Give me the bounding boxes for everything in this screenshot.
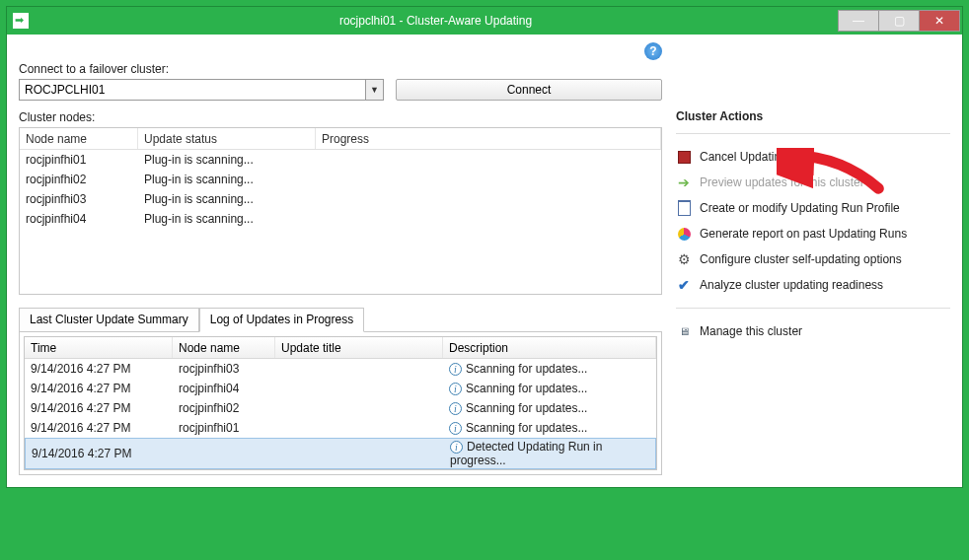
log-desc: iScanning for updates...	[443, 382, 656, 395]
log-node: rocjpinfhi04	[173, 382, 275, 395]
node-name-cell: rocjpinfhi04	[20, 212, 138, 226]
log-time: 9/14/2016 4:27 PM	[25, 421, 173, 435]
log-node: rocjpinfhi01	[173, 421, 275, 435]
top-row: ?	[19, 42, 662, 60]
close-button[interactable]: ✕	[919, 10, 960, 32]
node-status-cell: Plug-in is scanning...	[138, 192, 316, 206]
table-row[interactable]: rocjpinfhi03 Plug-in is scanning...	[20, 189, 661, 209]
log-time: 9/14/2016 4:27 PM	[26, 447, 174, 460]
close-icon: ✕	[934, 14, 944, 28]
info-icon: i	[449, 383, 462, 395]
minimize-icon: —	[853, 14, 864, 28]
log-grid: Time Node name Update title Description …	[24, 336, 657, 470]
separator	[676, 308, 950, 309]
stop-icon	[676, 149, 692, 165]
action-preview-updates[interactable]: Preview updates for this cluster	[676, 170, 950, 195]
list-item[interactable]: 9/14/2016 4:27 PM iDetected Updating Run…	[25, 438, 656, 469]
col-node-name[interactable]: Node name	[20, 128, 138, 149]
log-time: 9/14/2016 4:27 PM	[25, 382, 173, 395]
action-cancel-updating-run[interactable]: Cancel Updating Run	[676, 144, 950, 170]
log-node: rocjpinfhi03	[173, 362, 275, 376]
log-desc: iScanning for updates...	[443, 362, 656, 376]
tab-log[interactable]: Log of Updates in Progress	[199, 308, 364, 332]
action-label: Create or modify Updating Run Profile	[700, 201, 900, 215]
results-tabs: Last Cluster Update Summary Log of Updat…	[19, 307, 662, 475]
info-icon: i	[449, 363, 462, 376]
separator	[676, 133, 950, 134]
node-name-cell: rocjpinfhi02	[20, 173, 138, 186]
action-analyze-readiness[interactable]: Analyze cluster updating readiness	[676, 272, 950, 298]
list-item[interactable]: 9/14/2016 4:27 PM rocjpinfhi03 iScanning…	[25, 359, 656, 379]
log-desc-text: Detected Updating Run in progress...	[450, 440, 602, 467]
action-label: Preview updates for this cluster	[700, 175, 864, 189]
connect-label: Connect to a failover cluster:	[19, 62, 384, 76]
connect-button[interactable]: Connect	[396, 79, 662, 101]
nodes-grid: Node name Update status Progress rocjpin…	[19, 127, 662, 295]
action-label: Manage this cluster	[700, 324, 802, 338]
action-generate-report[interactable]: Generate report on past Updating Runs	[676, 221, 950, 246]
app-icon	[13, 13, 29, 29]
main-column: ? Connect to a failover cluster: ▼ Conne…	[19, 42, 662, 475]
col-progress[interactable]: Progress	[316, 128, 661, 149]
action-label: Analyze cluster updating readiness	[700, 278, 883, 292]
maximize-button[interactable]: ▢	[878, 10, 920, 32]
list-item[interactable]: 9/14/2016 4:27 PM rocjpinfhi01 iScanning…	[25, 418, 656, 438]
action-manage-cluster[interactable]: Manage this cluster	[676, 318, 950, 344]
col-log-node[interactable]: Node name	[173, 337, 275, 358]
action-label: Configure cluster self-updating options	[700, 252, 902, 266]
list-item[interactable]: 9/14/2016 4:27 PM rocjpinfhi02 iScanning…	[25, 398, 656, 418]
log-header: Time Node name Update title Description	[25, 337, 656, 359]
log-body[interactable]: 9/14/2016 4:27 PM rocjpinfhi03 iScanning…	[25, 359, 656, 469]
title-bar[interactable]: rocjpclhi01 - Cluster-Aware Updating — ▢…	[7, 7, 962, 35]
info-icon: i	[449, 402, 462, 415]
connect-row: Connect to a failover cluster: ▼ Connect	[19, 62, 662, 101]
minimize-button[interactable]: —	[838, 10, 879, 32]
info-icon: i	[449, 422, 462, 435]
pie-chart-icon	[676, 226, 692, 242]
action-configure-self-updating[interactable]: Configure cluster self-updating options	[676, 246, 950, 272]
log-desc-text: Scanning for updates...	[466, 421, 587, 435]
actions-column: Cluster Actions Cancel Updating Run Prev…	[676, 42, 950, 475]
log-desc-text: Scanning for updates...	[466, 401, 587, 415]
help-icon[interactable]: ?	[644, 42, 662, 60]
cluster-combobox[interactable]: ▼	[19, 79, 384, 101]
col-update-title[interactable]: Update title	[275, 337, 443, 358]
log-panel: Time Node name Update title Description …	[19, 331, 662, 475]
tab-summary[interactable]: Last Cluster Update Summary	[19, 308, 199, 332]
cluster-nodes-label: Cluster nodes:	[19, 110, 662, 124]
app-window: rocjpclhi01 - Cluster-Aware Updating — ▢…	[6, 6, 963, 488]
chevron-down-icon[interactable]: ▼	[365, 80, 383, 100]
checkmark-icon	[676, 277, 692, 293]
cluster-icon	[676, 323, 692, 339]
node-status-cell: Plug-in is scanning...	[138, 212, 316, 226]
content-area: ? Connect to a failover cluster: ▼ Conne…	[7, 35, 962, 487]
node-name-cell: rocjpinfhi01	[20, 153, 138, 167]
log-node: rocjpinfhi02	[173, 401, 275, 415]
maximize-icon: ▢	[894, 14, 905, 28]
cluster-field: Connect to a failover cluster: ▼	[19, 62, 384, 101]
col-update-status[interactable]: Update status	[138, 128, 316, 149]
log-desc-text: Scanning for updates...	[466, 382, 587, 395]
col-description[interactable]: Description	[443, 337, 656, 358]
log-time: 9/14/2016 4:27 PM	[25, 401, 173, 415]
node-status-cell: Plug-in is scanning...	[138, 153, 316, 167]
list-item[interactable]: 9/14/2016 4:27 PM rocjpinfhi04 iScanning…	[25, 379, 656, 398]
log-time: 9/14/2016 4:27 PM	[25, 362, 173, 376]
table-row[interactable]: rocjpinfhi01 Plug-in is scanning...	[20, 150, 661, 170]
log-desc: iDetected Updating Run in progress...	[444, 440, 655, 467]
node-name-cell: rocjpinfhi03	[20, 192, 138, 206]
nodes-grid-header: Node name Update status Progress	[20, 128, 661, 150]
node-status-cell: Plug-in is scanning...	[138, 173, 316, 186]
cluster-input[interactable]	[20, 80, 365, 100]
window-title: rocjpclhi01 - Cluster-Aware Updating	[33, 14, 839, 28]
document-icon	[676, 200, 692, 216]
gear-icon	[676, 251, 692, 267]
action-create-profile[interactable]: Create or modify Updating Run Profile	[676, 195, 950, 221]
arrow-right-icon	[676, 175, 692, 190]
table-row[interactable]: rocjpinfhi02 Plug-in is scanning...	[20, 170, 661, 189]
info-icon: i	[450, 441, 463, 454]
action-label: Cancel Updating Run	[700, 150, 812, 164]
table-row[interactable]: rocjpinfhi04 Plug-in is scanning...	[20, 209, 661, 229]
log-desc: iScanning for updates...	[443, 421, 656, 435]
col-time[interactable]: Time	[25, 337, 173, 358]
